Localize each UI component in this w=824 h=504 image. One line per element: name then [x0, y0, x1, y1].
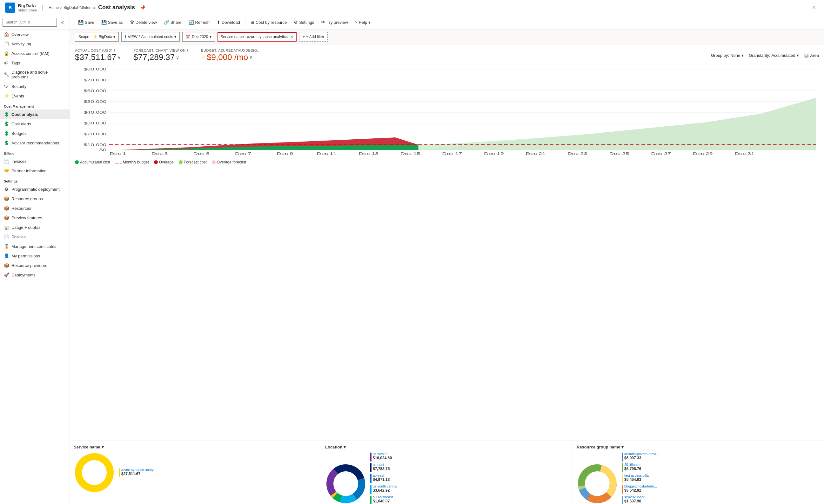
nav-icon: 🔧	[4, 72, 9, 77]
granularity-label: Granularity:	[749, 53, 770, 58]
sidebar-item-usage-quotas[interactable]: 📊Usage + quotas	[0, 223, 70, 232]
sidebar-item-resources[interactable]: 📦Resources	[0, 204, 70, 213]
sidebar-item-deployments[interactable]: 🚀Deployments	[0, 270, 70, 280]
sidebar-item-cost-alerts[interactable]: 💲Cost alerts	[0, 119, 70, 129]
svg-text:Dec 25: Dec 25	[609, 152, 629, 155]
granularity-select[interactable]: Granularity: Accumulated ▾	[749, 53, 799, 58]
download-button[interactable]: ⬇ Download	[213, 17, 243, 27]
service-name-filter[interactable]: Service name : azure synapse analytics ✕	[217, 32, 297, 41]
collapse-sidebar-button[interactable]: «	[58, 18, 67, 27]
loc-item-1: us west 2 $16,034.60	[370, 452, 569, 462]
add-filter-button[interactable]: + + Add filter	[299, 32, 328, 41]
sidebar-item-policies[interactable]: 📄Policies	[0, 232, 70, 242]
service-name-chevron-icon: ▾	[102, 445, 104, 450]
svg-marker-19	[418, 98, 816, 150]
close-button[interactable]: ×	[809, 3, 819, 13]
sidebar-item-management-certificates[interactable]: 🏅Management certificates	[0, 242, 70, 251]
legend-label-accumulated: Accumulated cost	[80, 160, 110, 164]
loc-val-2: $7,788.75	[373, 467, 390, 471]
rg-item-1: arcadia-private-previ... $6,997.33	[622, 452, 820, 462]
nav-icon: 📦	[4, 263, 9, 268]
sidebar-item-events[interactable]: ⚡Events	[0, 91, 70, 101]
sidebar-item-partner-information[interactable]: 🤝Partner information	[0, 166, 70, 175]
sidebar-item-access-control-iam-[interactable]: 🔒Access control (IAM)	[0, 48, 70, 58]
pin-icon[interactable]: 📌	[140, 5, 145, 10]
refresh-icon: 🔄	[189, 20, 194, 25]
toolbar-divider	[245, 18, 245, 26]
svg-text:$40,000: $40,000	[84, 110, 107, 114]
view-filter[interactable]: ℹ VIEW * Accumulated costs ▾	[121, 32, 180, 41]
page-title: Cost analysis	[98, 4, 135, 11]
save-as-button[interactable]: 💾 Save as	[98, 17, 126, 27]
sidebar-item-security[interactable]: 🛡Security	[0, 82, 70, 91]
sidebar-item-budgets[interactable]: 💲Budgets	[0, 129, 70, 138]
sidebar-item-diagnose-and-solve-problems[interactable]: 🔧Diagnose and solve problems	[0, 68, 70, 82]
service-legend-bar-1	[119, 469, 120, 477]
sidebar-item-invoices[interactable]: 📄Invoices	[0, 156, 70, 166]
view-type-value: Area	[810, 53, 819, 58]
group-by-select[interactable]: Group by: None ▾	[711, 53, 744, 58]
breadcrumb-sub[interactable]: BigDataPMInternal	[64, 5, 96, 10]
nav-item-label: Diagnose and solve problems	[11, 70, 66, 79]
svg-text:Dec 27: Dec 27	[651, 152, 671, 155]
resource-group-header[interactable]: Resource group name ▾	[577, 445, 820, 450]
forecast-value[interactable]: $77,289.37 ∨	[133, 52, 188, 62]
delete-view-button[interactable]: 🗑 Delete view	[127, 17, 160, 27]
legend-label-overage: Overage	[159, 160, 174, 164]
nav-item-label: Resources	[11, 206, 31, 211]
share-button[interactable]: 🔗 Share	[161, 17, 185, 27]
search-input[interactable]	[3, 18, 57, 27]
loc-bar-5	[370, 496, 372, 504]
service-name-header[interactable]: Service name ▾	[74, 445, 317, 450]
help-button[interactable]: ? Help ▾	[352, 17, 374, 27]
refresh-button[interactable]: 🔄 Refresh	[186, 17, 213, 27]
nav-item-label: Overview	[11, 32, 28, 37]
add-filter-icon: +	[303, 35, 305, 39]
svg-text:$20,000: $20,000	[84, 132, 107, 136]
svg-text:$80,000: $80,000	[84, 67, 107, 71]
nav-icon: 💲	[4, 121, 9, 126]
sidebar-item-activity-log[interactable]: 📋Activity log	[0, 39, 70, 48]
budget-value[interactable]: ⚠ $9,000 /mo ∨	[201, 52, 261, 62]
nav-item-label: Management certificates	[11, 244, 57, 249]
nav-item-label: Resource providers	[11, 263, 47, 268]
forecast-chevron-icon: ∨	[176, 55, 179, 60]
svg-text:$0: $0	[99, 148, 106, 152]
date-filter[interactable]: 📅 Dec 2020 ▾	[182, 32, 215, 41]
sidebar-item-overview[interactable]: 🏠Overview	[0, 29, 70, 39]
try-preview-button[interactable]: 👁 Try preview	[318, 17, 351, 27]
loc-name-1: us west 2	[373, 452, 392, 456]
svg-point-40	[85, 464, 103, 482]
sidebar-item-resource-providers[interactable]: 📦Resource providers	[0, 261, 70, 270]
actual-cost-kpi: ACTUAL COST (USD) ℹ $37,511.67 ∨	[75, 48, 121, 62]
actual-cost-label: ACTUAL COST (USD) ℹ	[75, 48, 121, 52]
remove-service-filter-button[interactable]: ✕	[290, 35, 293, 39]
loc-name-5: au southeast	[373, 495, 393, 499]
service-legend-name-1: azure synapse analyt...	[121, 468, 157, 472]
legend-overage-forecast: Overage forecast	[212, 160, 246, 164]
sidebar-item-programmatic-deployment[interactable]: ⚙Programmatic deployment	[0, 184, 70, 194]
nav-icon: 🏠	[4, 32, 9, 37]
breadcrumb-home[interactable]: Home	[48, 5, 59, 10]
view-type-select[interactable]: 📊 Area	[804, 53, 819, 58]
svg-text:$10,000: $10,000	[84, 143, 107, 147]
legend-dot-overage	[154, 160, 158, 164]
settings-button[interactable]: ⚙ Settings	[291, 17, 317, 27]
location-header[interactable]: Location ▾	[325, 445, 569, 450]
sidebar-item-cost-analysis[interactable]: 💲Cost analysis	[0, 110, 70, 119]
loc-bar-4	[370, 485, 372, 494]
sidebar-item-my-permissions[interactable]: 👤My permissions	[0, 251, 70, 261]
forecast-kpi: FORECAST: CHART VIEW ON ℹ $77,289.37 ∨	[133, 48, 188, 62]
cost-by-resource-button[interactable]: ⊞ Cost by resource	[247, 17, 290, 27]
area-chart: $80,000 $70,000 $60,000 $50,000 $40,000 …	[75, 66, 819, 158]
nav-icon: 💲	[4, 131, 9, 136]
actual-cost-value[interactable]: $37,511.67 ∨	[75, 52, 121, 62]
sidebar-item-preview-features[interactable]: 📦Preview features	[0, 213, 70, 223]
sidebar-item-tags[interactable]: 🏷Tags	[0, 58, 70, 68]
svg-point-54	[588, 475, 606, 493]
sidebar-item-advisor-recommendations[interactable]: 💲Advisor recommendations	[0, 138, 70, 148]
svg-text:Dec 11: Dec 11	[317, 152, 337, 155]
scope-filter[interactable]: Scope : ⚡ BigData ▾	[75, 32, 119, 41]
sidebar-item-resource-groups[interactable]: 📦Resource groups	[0, 194, 70, 204]
save-button[interactable]: 💾 Save	[75, 17, 98, 27]
